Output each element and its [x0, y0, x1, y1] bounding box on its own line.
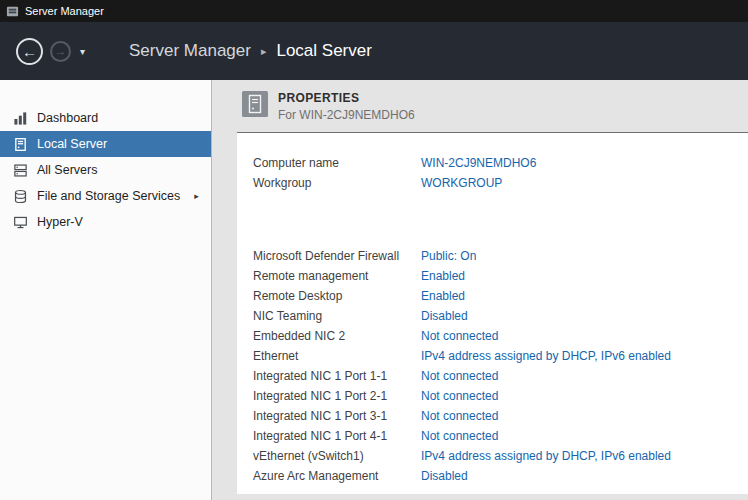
property-row: Remote management Enabled: [253, 266, 748, 286]
properties-title: PROPERTIES: [278, 91, 415, 105]
sidebar-item-all-servers[interactable]: All Servers: [0, 157, 211, 183]
sidebar-item-label: Dashboard: [37, 111, 98, 125]
header: ← → ▾ Server Manager ▸ Local Server: [0, 22, 748, 80]
main-content: PROPERTIES For WIN-2CJ9NEMDHO6 Computer …: [212, 80, 748, 500]
property-value-link[interactable]: Not connected: [421, 429, 498, 443]
properties-panel: Computer name WIN-2CJ9NEMDHO6 Workgroup …: [237, 132, 748, 494]
property-value-link[interactable]: Enabled: [421, 269, 465, 283]
properties-subtitle: For WIN-2CJ9NEMDHO6: [278, 108, 415, 122]
window-title: Server Manager: [25, 5, 104, 17]
property-row: Integrated NIC 1 Port 4-1 Not connected: [253, 426, 748, 446]
property-row: Ethernet IPv4 address assigned by DHCP, …: [253, 346, 748, 366]
storage-services-icon: [13, 189, 28, 204]
property-label: Computer name: [253, 156, 421, 170]
property-row: vEthernet (vSwitch1) IPv4 address assign…: [253, 446, 748, 466]
property-row: Workgroup WORKGROUP: [253, 173, 748, 193]
property-label: NIC Teaming: [253, 309, 421, 323]
breadcrumb-separator-icon: ▸: [261, 45, 267, 58]
property-value-link[interactable]: WIN-2CJ9NEMDHO6: [421, 156, 536, 170]
property-row: Azure Arc Management Disabled: [253, 466, 748, 486]
property-value-link[interactable]: Not connected: [421, 329, 498, 343]
sidebar-item-label: All Servers: [37, 163, 97, 177]
property-group-status: Microsoft Defender Firewall Public: On R…: [253, 246, 748, 486]
body-area: Dashboard Local Server All Servers File …: [0, 80, 748, 500]
property-row: Integrated NIC 1 Port 2-1 Not connected: [253, 386, 748, 406]
property-label: Ethernet: [253, 349, 421, 363]
nav-buttons: ← → ▾: [0, 38, 85, 65]
property-row: Integrated NIC 1 Port 1-1 Not connected: [253, 366, 748, 386]
property-label: Microsoft Defender Firewall: [253, 249, 421, 263]
nav-history-dropdown[interactable]: ▾: [80, 46, 85, 57]
sidebar-item-hyper-v[interactable]: Hyper-V: [0, 209, 211, 235]
property-value-link[interactable]: Not connected: [421, 369, 498, 383]
breadcrumb-root[interactable]: Server Manager: [129, 41, 251, 61]
property-row: NIC Teaming Disabled: [253, 306, 748, 326]
property-label: Azure Arc Management: [253, 469, 421, 483]
property-value-link[interactable]: WORKGROUP: [421, 176, 502, 190]
dashboard-icon: [13, 111, 28, 126]
property-value-link[interactable]: Disabled: [421, 469, 468, 483]
property-label: Remote management: [253, 269, 421, 283]
sidebar-item-label: Local Server: [37, 137, 107, 151]
property-value-link[interactable]: Disabled: [421, 309, 468, 323]
property-row: Embedded NIC 2 Not connected: [253, 326, 748, 346]
server-icon: [13, 137, 28, 152]
property-value-link[interactable]: Not connected: [421, 409, 498, 423]
properties-tile-icon: [242, 91, 268, 117]
forward-arrow-icon: →: [55, 44, 67, 58]
sidebar-item-local-server[interactable]: Local Server: [0, 131, 211, 157]
properties-header-text: PROPERTIES For WIN-2CJ9NEMDHO6: [278, 91, 415, 122]
back-arrow-icon: ←: [22, 43, 37, 60]
property-row: Microsoft Defender Firewall Public: On: [253, 246, 748, 266]
all-servers-icon: [13, 163, 28, 178]
property-row: Integrated NIC 1 Port 3-1 Not connected: [253, 406, 748, 426]
properties-header: PROPERTIES For WIN-2CJ9NEMDHO6: [242, 91, 748, 122]
submenu-chevron-icon: ▸: [194, 191, 199, 201]
property-label: Integrated NIC 1 Port 2-1: [253, 389, 421, 403]
breadcrumb: Server Manager ▸ Local Server: [129, 41, 372, 61]
property-value-link[interactable]: IPv4 address assigned by DHCP, IPv6 enab…: [421, 349, 671, 363]
property-label: Integrated NIC 1 Port 4-1: [253, 429, 421, 443]
property-label: Workgroup: [253, 176, 421, 190]
property-group-identity: Computer name WIN-2CJ9NEMDHO6 Workgroup …: [253, 153, 748, 193]
property-label: Remote Desktop: [253, 289, 421, 303]
property-label: vEthernet (vSwitch1): [253, 449, 421, 463]
property-value-link[interactable]: Not connected: [421, 389, 498, 403]
sidebar-item-dashboard[interactable]: Dashboard: [0, 105, 211, 131]
sidebar-item-label: Hyper-V: [37, 215, 83, 229]
sidebar-item-file-and-storage-services[interactable]: File and Storage Services ▸: [0, 183, 211, 209]
back-button[interactable]: ←: [16, 38, 43, 65]
forward-button[interactable]: →: [50, 41, 71, 62]
property-label: Integrated NIC 1 Port 3-1: [253, 409, 421, 423]
property-value-link[interactable]: Public: On: [421, 249, 476, 263]
breadcrumb-current[interactable]: Local Server: [276, 41, 371, 61]
property-label: Integrated NIC 1 Port 1-1: [253, 369, 421, 383]
app-icon: [6, 5, 19, 18]
hyper-v-icon: [13, 215, 28, 230]
property-row: Remote Desktop Enabled: [253, 286, 748, 306]
property-value-link[interactable]: IPv4 address assigned by DHCP, IPv6 enab…: [421, 449, 671, 463]
property-row: Computer name WIN-2CJ9NEMDHO6: [253, 153, 748, 173]
titlebar: Server Manager: [0, 0, 748, 22]
sidebar: Dashboard Local Server All Servers File …: [0, 80, 212, 500]
property-value-link[interactable]: Enabled: [421, 289, 465, 303]
property-group-gap: [253, 193, 748, 246]
sidebar-item-label: File and Storage Services: [37, 189, 180, 203]
property-label: Embedded NIC 2: [253, 329, 421, 343]
